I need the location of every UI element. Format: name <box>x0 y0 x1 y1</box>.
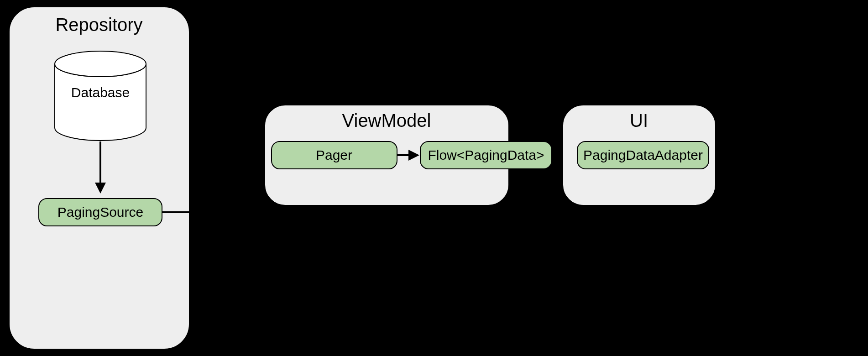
paging-data-adapter-label: PagingDataAdapter <box>583 147 703 162</box>
paging-source-label: PagingSource <box>58 204 143 220</box>
flow-label: Flow<PagingData> <box>428 147 544 162</box>
ui-title: UI <box>630 110 648 131</box>
pager-node: Pager <box>272 141 397 169</box>
pager-label: Pager <box>316 147 352 162</box>
repository-title: Repository <box>55 15 142 35</box>
svg-point-0 <box>55 51 146 77</box>
viewmodel-title: ViewModel <box>342 110 431 131</box>
database-label: Database <box>71 85 130 100</box>
repository-panel: Repository Database PagingSource <box>9 7 189 349</box>
paging-data-adapter-node: PagingDataAdapter <box>577 141 709 169</box>
database-icon: Database <box>55 51 146 141</box>
flow-node: Flow<PagingData> <box>420 141 552 169</box>
ui-panel: UI PagingDataAdapter <box>563 105 716 205</box>
paging-source-node: PagingSource <box>39 199 162 226</box>
viewmodel-panel: ViewModel Pager Flow<PagingData> <box>265 105 552 205</box>
